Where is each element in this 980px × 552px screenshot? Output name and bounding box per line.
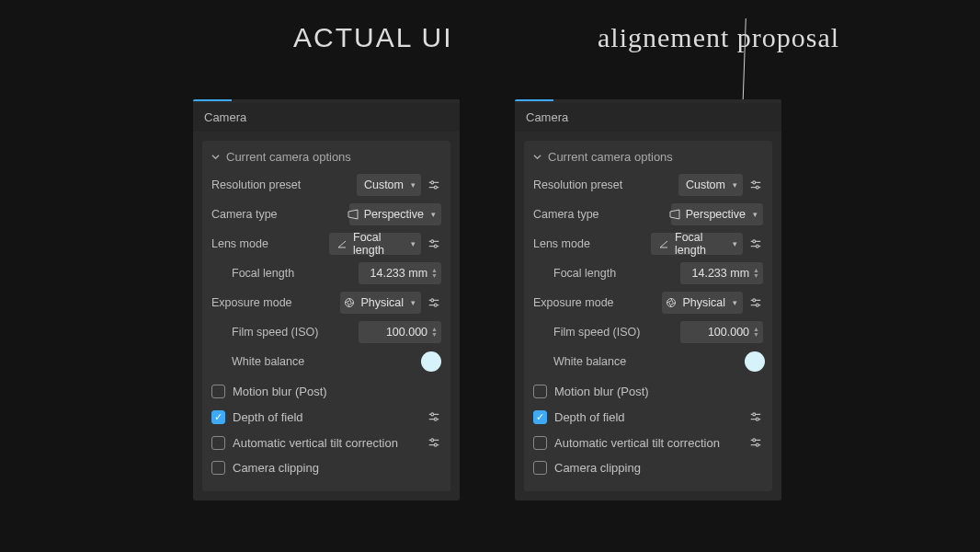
svg-point-36 — [753, 413, 756, 416]
row-resolution-preset: Resolution preset Custom ▾ — [211, 173, 441, 197]
row-focal-length: Focal length 14.233 mm ▲▼ — [533, 261, 763, 285]
depth-of-field-checkbox[interactable] — [211, 410, 225, 424]
section-header-label: Current camera options — [548, 150, 673, 164]
row-lens-mode: Lens mode Focal length ▾ — [211, 232, 441, 256]
exposure-mode-value: Physical — [682, 296, 725, 309]
svg-point-24 — [756, 186, 758, 189]
sliders-icon[interactable] — [427, 236, 441, 251]
sliders-icon[interactable] — [427, 409, 441, 424]
angle-icon — [336, 238, 348, 249]
film-speed-value: 100.000 — [708, 326, 749, 339]
film-speed-label: Film speed (ISO) — [211, 326, 318, 339]
camera-clipping-checkbox[interactable] — [211, 461, 225, 475]
sliders-icon[interactable] — [748, 409, 763, 424]
row-motion-blur: Motion blur (Post) — [211, 379, 441, 404]
spinner-arrows-icon[interactable]: ▲▼ — [431, 268, 438, 279]
camera-type-label: Camera type — [211, 208, 278, 221]
exposure-mode-label: Exposure mode — [211, 296, 292, 309]
auto-tilt-checkbox[interactable] — [211, 436, 225, 450]
camera-type-label: Camera type — [533, 208, 599, 221]
film-speed-input[interactable]: 100.000 ▲▼ — [359, 321, 441, 343]
row-auto-tilt: Automatic vertical tilt correction — [533, 430, 763, 455]
heading-alignment-proposal: alignement proposal — [598, 22, 839, 53]
resolution-preset-dropdown[interactable]: Custom ▾ — [678, 174, 743, 196]
section-current-camera-options: Current camera options Resolution preset… — [524, 141, 772, 491]
row-camera-type: Camera type Perspective ▾ — [533, 202, 763, 226]
motion-blur-label: Motion blur (Post) — [233, 385, 441, 398]
svg-point-2 — [431, 181, 434, 184]
row-focal-length: Focal length 14.233 mm ▲▼ — [211, 261, 441, 285]
lens-mode-dropdown[interactable]: Focal length ▾ — [651, 233, 743, 255]
row-auto-tilt: Automatic vertical tilt correction — [211, 430, 441, 455]
white-balance-swatch[interactable] — [745, 351, 765, 372]
chevron-down-icon: ▾ — [431, 210, 436, 219]
sliders-icon[interactable] — [748, 178, 763, 192]
focal-length-label: Focal length — [533, 267, 616, 280]
lens-mode-value: Focal length — [353, 231, 404, 257]
spinner-arrows-icon[interactable]: ▲▼ — [753, 268, 759, 279]
camera-clipping-label: Camera clipping — [554, 461, 763, 475]
perspective-icon — [348, 209, 359, 220]
svg-point-6 — [431, 240, 434, 243]
resolution-preset-dropdown[interactable]: Custom ▾ — [357, 174, 421, 196]
auto-tilt-checkbox[interactable] — [533, 436, 547, 450]
section-header[interactable]: Current camera options — [211, 150, 441, 164]
svg-point-27 — [753, 240, 756, 243]
perspective-icon — [669, 209, 680, 220]
sliders-icon[interactable] — [748, 295, 763, 310]
aperture-icon — [666, 297, 677, 308]
white-balance-swatch[interactable] — [421, 351, 441, 372]
lens-mode-dropdown[interactable]: Focal length ▾ — [329, 233, 421, 255]
camera-type-dropdown[interactable]: Perspective ▾ — [671, 203, 763, 225]
camera-clipping-label: Camera clipping — [233, 461, 441, 475]
exposure-mode-dropdown[interactable]: Physical ▾ — [340, 292, 421, 314]
spinner-arrows-icon[interactable]: ▲▼ — [753, 327, 759, 338]
chevron-down-icon: ▾ — [411, 180, 416, 190]
sliders-icon[interactable] — [748, 236, 763, 251]
spinner-arrows-icon[interactable]: ▲▼ — [431, 327, 438, 338]
focal-length-input[interactable]: 14.233 mm ▲▼ — [680, 262, 763, 284]
film-speed-input[interactable]: 100.000 ▲▼ — [680, 321, 763, 343]
panel-tab-indicator — [515, 99, 781, 103]
focal-length-value: 14.233 mm — [370, 267, 428, 280]
film-speed-value: 100.000 — [386, 326, 427, 339]
panel-title: Camera — [193, 103, 460, 132]
panel-actual: Camera Current camera options Resolution… — [193, 99, 460, 500]
chevron-down-icon: ▾ — [733, 239, 737, 248]
depth-of-field-label: Depth of field — [554, 410, 741, 424]
chevron-down-icon: ▾ — [733, 180, 737, 190]
camera-clipping-checkbox[interactable] — [533, 461, 547, 475]
motion-blur-label: Motion blur (Post) — [554, 385, 763, 398]
chevron-down-icon: ▾ — [411, 239, 416, 248]
svg-point-29 — [667, 299, 676, 307]
row-camera-type: Camera type Perspective ▾ — [211, 202, 441, 226]
row-depth-of-field: Depth of field — [533, 404, 763, 430]
sliders-icon[interactable] — [748, 435, 763, 450]
section-current-camera-options: Current camera options Resolution preset… — [202, 141, 450, 491]
row-resolution-preset: Resolution preset Custom ▾ — [533, 173, 763, 197]
lens-mode-label: Lens mode — [211, 237, 268, 250]
sliders-icon[interactable] — [427, 178, 441, 192]
section-header[interactable]: Current camera options — [533, 150, 763, 164]
motion-blur-checkbox[interactable] — [211, 385, 225, 398]
depth-of-field-checkbox[interactable] — [533, 410, 547, 424]
panel-title: Camera — [515, 103, 781, 132]
svg-point-16 — [434, 418, 437, 420]
motion-blur-checkbox[interactable] — [533, 385, 547, 398]
svg-point-23 — [753, 181, 756, 184]
svg-point-33 — [756, 304, 758, 306]
white-balance-label: White balance — [533, 355, 626, 368]
svg-point-7 — [434, 245, 437, 247]
row-motion-blur: Motion blur (Post) — [533, 379, 763, 404]
film-speed-label: Film speed (ISO) — [533, 326, 640, 339]
camera-type-dropdown[interactable]: Perspective ▾ — [349, 203, 441, 225]
chevron-down-icon — [211, 150, 221, 164]
resolution-preset-value: Custom — [364, 178, 404, 191]
sliders-icon[interactable] — [427, 295, 441, 310]
svg-point-37 — [756, 418, 758, 420]
chevron-down-icon — [533, 150, 542, 164]
focal-length-input[interactable]: 14.233 mm ▲▼ — [359, 262, 441, 284]
exposure-mode-dropdown[interactable]: Physical ▾ — [662, 292, 743, 314]
sliders-icon[interactable] — [427, 435, 441, 450]
row-lens-mode: Lens mode Focal length ▾ — [533, 232, 763, 256]
